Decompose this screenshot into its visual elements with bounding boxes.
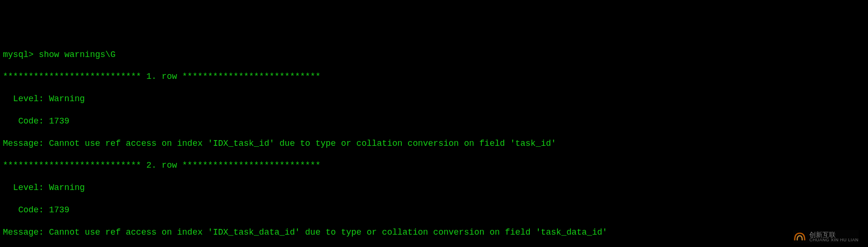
command-line[interactable]: mysql> show warnings\G (3, 49, 865, 60)
watermark: 创新互联 CHUANG XIN HU LIAN (793, 230, 859, 243)
message-label: Message: (3, 228, 49, 237)
logo-icon (793, 230, 806, 243)
code-label: Code: (3, 205, 49, 215)
message-value: Cannot use ref access on index 'IDX_task… (49, 228, 607, 237)
prompt: mysql> (3, 50, 39, 59)
message-line: Message: Cannot use ref access on index … (3, 138, 865, 149)
code-line: Code: 1739 (3, 116, 865, 127)
level-label: Level: (3, 94, 49, 104)
code-label: Code: (3, 116, 49, 126)
watermark-pinyin: CHUANG XIN HU LIAN (809, 238, 859, 242)
row-header: *************************** 1. row *****… (3, 71, 865, 82)
message-line: Message: Cannot use ref access on index … (3, 227, 865, 238)
code-value: 1739 (49, 116, 69, 126)
level-label: Level: (3, 183, 49, 192)
level-line: Level: Warning (3, 182, 865, 193)
watermark-cn: 创新互联 (809, 231, 859, 238)
code-value: 1739 (49, 205, 69, 215)
message-label: Message: (3, 139, 49, 148)
level-value: Warning (49, 183, 85, 192)
message-value: Cannot use ref access on index 'IDX_task… (49, 139, 556, 148)
code-line: Code: 1739 (3, 205, 865, 216)
level-value: Warning (49, 94, 85, 104)
row-header: *************************** 2. row *****… (3, 160, 865, 171)
level-line: Level: Warning (3, 94, 865, 104)
command-text: show warnings\G (39, 50, 116, 59)
